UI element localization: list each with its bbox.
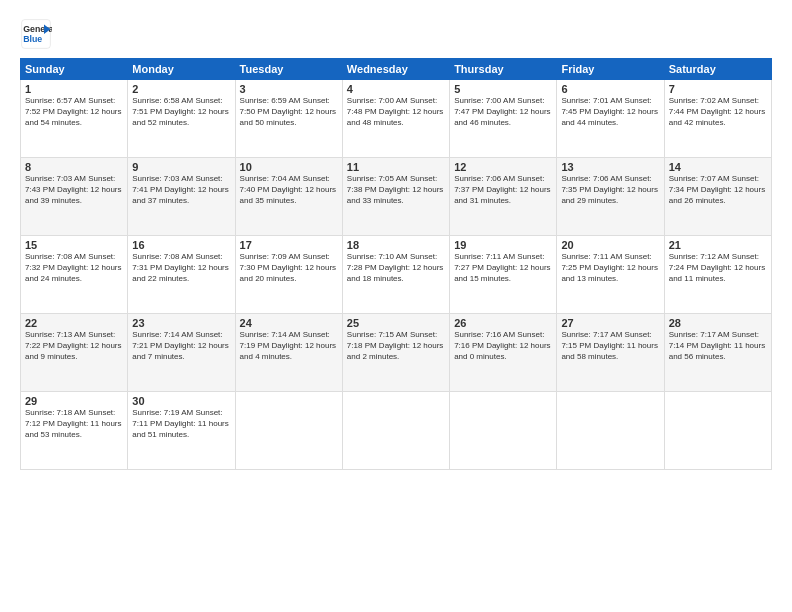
day-info: Sunrise: 7:19 AM Sunset: 7:11 PM Dayligh… [132, 408, 230, 440]
day-info: Sunrise: 6:58 AM Sunset: 7:51 PM Dayligh… [132, 96, 230, 128]
calendar-cell: 28Sunrise: 7:17 AM Sunset: 7:14 PM Dayli… [664, 314, 771, 392]
calendar-cell: 30Sunrise: 7:19 AM Sunset: 7:11 PM Dayli… [128, 392, 235, 470]
calendar-cell [342, 392, 449, 470]
week-row-4: 29Sunrise: 7:18 AM Sunset: 7:12 PM Dayli… [21, 392, 772, 470]
day-info: Sunrise: 7:07 AM Sunset: 7:34 PM Dayligh… [669, 174, 767, 206]
day-number: 5 [454, 83, 552, 95]
day-number: 20 [561, 239, 659, 251]
calendar-cell: 9Sunrise: 7:03 AM Sunset: 7:41 PM Daylig… [128, 158, 235, 236]
day-number: 18 [347, 239, 445, 251]
day-number: 30 [132, 395, 230, 407]
day-info: Sunrise: 7:12 AM Sunset: 7:24 PM Dayligh… [669, 252, 767, 284]
day-number: 2 [132, 83, 230, 95]
day-info: Sunrise: 7:06 AM Sunset: 7:37 PM Dayligh… [454, 174, 552, 206]
calendar-cell: 6Sunrise: 7:01 AM Sunset: 7:45 PM Daylig… [557, 80, 664, 158]
calendar-cell: 1Sunrise: 6:57 AM Sunset: 7:52 PM Daylig… [21, 80, 128, 158]
day-info: Sunrise: 7:02 AM Sunset: 7:44 PM Dayligh… [669, 96, 767, 128]
calendar-cell: 23Sunrise: 7:14 AM Sunset: 7:21 PM Dayli… [128, 314, 235, 392]
calendar-cell: 29Sunrise: 7:18 AM Sunset: 7:12 PM Dayli… [21, 392, 128, 470]
day-info: Sunrise: 7:17 AM Sunset: 7:15 PM Dayligh… [561, 330, 659, 362]
day-info: Sunrise: 7:00 AM Sunset: 7:47 PM Dayligh… [454, 96, 552, 128]
day-info: Sunrise: 7:13 AM Sunset: 7:22 PM Dayligh… [25, 330, 123, 362]
col-tuesday: Tuesday [235, 59, 342, 80]
calendar-cell: 20Sunrise: 7:11 AM Sunset: 7:25 PM Dayli… [557, 236, 664, 314]
day-number: 27 [561, 317, 659, 329]
calendar-cell: 4Sunrise: 7:00 AM Sunset: 7:48 PM Daylig… [342, 80, 449, 158]
day-number: 7 [669, 83, 767, 95]
calendar-cell: 25Sunrise: 7:15 AM Sunset: 7:18 PM Dayli… [342, 314, 449, 392]
calendar-cell [450, 392, 557, 470]
day-number: 10 [240, 161, 338, 173]
calendar-cell: 17Sunrise: 7:09 AM Sunset: 7:30 PM Dayli… [235, 236, 342, 314]
day-number: 24 [240, 317, 338, 329]
calendar-cell: 18Sunrise: 7:10 AM Sunset: 7:28 PM Dayli… [342, 236, 449, 314]
day-info: Sunrise: 7:11 AM Sunset: 7:25 PM Dayligh… [561, 252, 659, 284]
day-info: Sunrise: 7:10 AM Sunset: 7:28 PM Dayligh… [347, 252, 445, 284]
day-info: Sunrise: 7:01 AM Sunset: 7:45 PM Dayligh… [561, 96, 659, 128]
day-number: 26 [454, 317, 552, 329]
svg-text:Blue: Blue [23, 34, 42, 44]
day-number: 14 [669, 161, 767, 173]
day-number: 3 [240, 83, 338, 95]
calendar-cell: 15Sunrise: 7:08 AM Sunset: 7:32 PM Dayli… [21, 236, 128, 314]
day-info: Sunrise: 6:57 AM Sunset: 7:52 PM Dayligh… [25, 96, 123, 128]
calendar-cell: 21Sunrise: 7:12 AM Sunset: 7:24 PM Dayli… [664, 236, 771, 314]
calendar-cell [664, 392, 771, 470]
day-number: 13 [561, 161, 659, 173]
day-number: 21 [669, 239, 767, 251]
calendar-cell: 19Sunrise: 7:11 AM Sunset: 7:27 PM Dayli… [450, 236, 557, 314]
col-friday: Friday [557, 59, 664, 80]
day-number: 23 [132, 317, 230, 329]
calendar-cell: 5Sunrise: 7:00 AM Sunset: 7:47 PM Daylig… [450, 80, 557, 158]
day-info: Sunrise: 7:14 AM Sunset: 7:21 PM Dayligh… [132, 330, 230, 362]
calendar-cell: 13Sunrise: 7:06 AM Sunset: 7:35 PM Dayli… [557, 158, 664, 236]
day-number: 25 [347, 317, 445, 329]
header: General Blue [20, 18, 772, 50]
day-number: 28 [669, 317, 767, 329]
col-wednesday: Wednesday [342, 59, 449, 80]
day-info: Sunrise: 6:59 AM Sunset: 7:50 PM Dayligh… [240, 96, 338, 128]
calendar-cell: 16Sunrise: 7:08 AM Sunset: 7:31 PM Dayli… [128, 236, 235, 314]
day-info: Sunrise: 7:15 AM Sunset: 7:18 PM Dayligh… [347, 330, 445, 362]
day-info: Sunrise: 7:04 AM Sunset: 7:40 PM Dayligh… [240, 174, 338, 206]
day-number: 9 [132, 161, 230, 173]
week-row-3: 22Sunrise: 7:13 AM Sunset: 7:22 PM Dayli… [21, 314, 772, 392]
day-info: Sunrise: 7:11 AM Sunset: 7:27 PM Dayligh… [454, 252, 552, 284]
day-number: 11 [347, 161, 445, 173]
day-number: 1 [25, 83, 123, 95]
logo-icon: General Blue [20, 18, 52, 50]
col-thursday: Thursday [450, 59, 557, 80]
day-number: 12 [454, 161, 552, 173]
calendar-table: Sunday Monday Tuesday Wednesday Thursday… [20, 58, 772, 470]
calendar-cell: 10Sunrise: 7:04 AM Sunset: 7:40 PM Dayli… [235, 158, 342, 236]
day-number: 6 [561, 83, 659, 95]
day-number: 19 [454, 239, 552, 251]
day-number: 15 [25, 239, 123, 251]
day-info: Sunrise: 7:00 AM Sunset: 7:48 PM Dayligh… [347, 96, 445, 128]
calendar-cell: 7Sunrise: 7:02 AM Sunset: 7:44 PM Daylig… [664, 80, 771, 158]
day-number: 29 [25, 395, 123, 407]
calendar-cell [235, 392, 342, 470]
day-info: Sunrise: 7:03 AM Sunset: 7:41 PM Dayligh… [132, 174, 230, 206]
page: General Blue Sunday Monday Tuesday Wedne… [0, 0, 792, 612]
logo: General Blue [20, 18, 52, 50]
calendar-cell: 2Sunrise: 6:58 AM Sunset: 7:51 PM Daylig… [128, 80, 235, 158]
col-monday: Monday [128, 59, 235, 80]
calendar-cell: 8Sunrise: 7:03 AM Sunset: 7:43 PM Daylig… [21, 158, 128, 236]
calendar-cell: 14Sunrise: 7:07 AM Sunset: 7:34 PM Dayli… [664, 158, 771, 236]
day-info: Sunrise: 7:06 AM Sunset: 7:35 PM Dayligh… [561, 174, 659, 206]
day-number: 22 [25, 317, 123, 329]
day-number: 17 [240, 239, 338, 251]
day-info: Sunrise: 7:03 AM Sunset: 7:43 PM Dayligh… [25, 174, 123, 206]
calendar-cell: 11Sunrise: 7:05 AM Sunset: 7:38 PM Dayli… [342, 158, 449, 236]
calendar-cell: 22Sunrise: 7:13 AM Sunset: 7:22 PM Dayli… [21, 314, 128, 392]
calendar-cell: 12Sunrise: 7:06 AM Sunset: 7:37 PM Dayli… [450, 158, 557, 236]
day-info: Sunrise: 7:16 AM Sunset: 7:16 PM Dayligh… [454, 330, 552, 362]
week-row-2: 15Sunrise: 7:08 AM Sunset: 7:32 PM Dayli… [21, 236, 772, 314]
calendar-cell: 26Sunrise: 7:16 AM Sunset: 7:16 PM Dayli… [450, 314, 557, 392]
week-row-0: 1Sunrise: 6:57 AM Sunset: 7:52 PM Daylig… [21, 80, 772, 158]
day-number: 4 [347, 83, 445, 95]
calendar-cell [557, 392, 664, 470]
calendar-cell: 27Sunrise: 7:17 AM Sunset: 7:15 PM Dayli… [557, 314, 664, 392]
day-info: Sunrise: 7:18 AM Sunset: 7:12 PM Dayligh… [25, 408, 123, 440]
